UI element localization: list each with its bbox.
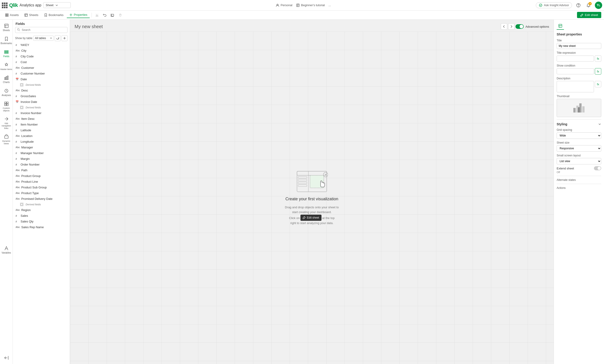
show-condition-fx-btn[interactable]: fx <box>595 68 601 74</box>
more-nav[interactable]: ... <box>328 3 331 7</box>
field-item[interactable]: AbcLocation <box>13 133 70 139</box>
styling-title: Styling <box>557 122 567 126</box>
description-label: Description <box>557 77 601 80</box>
sheets-tab[interactable]: Sheets <box>22 12 40 18</box>
title-expression-input[interactable] <box>557 56 594 61</box>
undo-btn[interactable] <box>101 12 108 19</box>
field-item[interactable]: AbcSales Rep Name <box>13 224 70 230</box>
field-item[interactable]: 📅Date <box>13 76 70 82</box>
sidebar-item-sheets[interactable]: Sheets <box>0 22 13 34</box>
svg-rect-20 <box>7 76 8 80</box>
sidebar-item-analyses[interactable]: Analyses <box>0 86 13 98</box>
sidebar-item-fields[interactable]: Fields <box>0 48 13 60</box>
svg-point-10 <box>70 14 71 15</box>
sidebar-item-variables[interactable]: Variables <box>0 244 13 256</box>
assets-tab[interactable]: Assets <box>3 12 21 18</box>
field-item[interactable]: AbcRegion <box>13 207 70 213</box>
field-item[interactable]: #%KEY <box>13 42 70 48</box>
field-item[interactable]: AbcProduct Line <box>13 179 70 184</box>
notifications-btn[interactable]: 3 <box>585 2 592 9</box>
table-select[interactable]: All tables <box>33 36 54 41</box>
field-item[interactable]: AbcDesc <box>13 87 70 93</box>
show-condition-input[interactable] <box>557 68 594 74</box>
field-item[interactable]: AbcPromised Delivery Date <box>13 196 70 202</box>
create-visualization-title: Create your first visualization <box>285 197 338 201</box>
svg-rect-35 <box>298 179 307 181</box>
field-item[interactable]: #City Code <box>13 53 70 59</box>
advanced-options-toggle[interactable]: Advanced options <box>516 24 549 29</box>
field-item[interactable]: #Invoice Number <box>13 110 70 116</box>
field-item[interactable]: #Customer Number <box>13 71 70 76</box>
show-condition-row: fx <box>557 68 601 74</box>
field-item[interactable]: #Order Number <box>13 162 70 167</box>
grid-spacing-select[interactable]: Wide Medium Narrow <box>557 132 601 139</box>
sidebar-item-dynamic-views[interactable]: Dynamic views <box>0 132 13 147</box>
copy-btn[interactable] <box>109 12 116 19</box>
sidebar-item-custom-objects[interactable]: Custom objects <box>0 99 13 114</box>
description-row: fx <box>557 81 601 92</box>
field-item[interactable]: AbcCity <box>13 48 70 53</box>
field-item[interactable]: AbcItem Desc <box>13 116 70 122</box>
field-item[interactable]: AbcProduct Type <box>13 190 70 196</box>
extend-sheet-toggle[interactable] <box>594 166 601 170</box>
alternate-states-label: Alternate states <box>557 178 601 182</box>
title-input[interactable] <box>557 43 601 49</box>
field-item[interactable]: AbcProduct Group <box>13 173 70 179</box>
svg-point-4 <box>578 6 579 6</box>
derived-fields-item[interactable]: Derived fields <box>13 105 70 110</box>
edit-sheet-button[interactable]: Edit sheet <box>577 12 601 18</box>
cut-btn[interactable] <box>94 12 101 19</box>
advanced-options-toggle-switch[interactable] <box>516 24 524 29</box>
field-item[interactable]: #Sales <box>13 213 70 218</box>
personal-nav[interactable]: Personal <box>276 3 292 7</box>
fields-search-input[interactable] <box>15 27 67 33</box>
insight-advisor-btn[interactable]: Ask Insight Advisor <box>536 2 572 8</box>
field-item[interactable]: #Latitude <box>13 127 70 133</box>
derived-fields-item[interactable]: Derived fields <box>13 82 70 87</box>
user-avatar[interactable]: TL <box>595 2 602 9</box>
field-item[interactable]: AbcProduct Sub Group <box>13 184 70 190</box>
collapse-sidebar-btn[interactable] <box>0 353 13 362</box>
sidebar-item-charts[interactable]: Charts <box>0 73 13 85</box>
field-item[interactable]: 📅Invoice Date <box>13 99 70 105</box>
field-item[interactable]: AbcManager <box>13 145 70 150</box>
grid-menu-icon[interactable] <box>2 2 7 8</box>
tutorial-nav[interactable]: Beginner's tutorial <box>296 3 325 7</box>
canvas-title: My new sheet <box>75 24 103 29</box>
sidebar-item-bookmarks[interactable]: Bookmarks <box>0 35 13 47</box>
description-textarea[interactable] <box>557 81 594 92</box>
svg-rect-5 <box>5 14 7 15</box>
small-screen-select[interactable]: List view Grid view <box>557 158 601 164</box>
sheet-dropdown[interactable]: Sheet <box>43 2 71 8</box>
field-item[interactable]: #Sales Qty <box>13 218 70 224</box>
refresh-fields-btn[interactable] <box>55 35 61 41</box>
svg-rect-14 <box>5 24 8 28</box>
delete-btn[interactable] <box>117 12 124 19</box>
styling-section[interactable]: Styling <box>557 122 601 126</box>
qlik-logo[interactable]: Qlik <box>9 2 18 8</box>
help-btn[interactable] <box>575 2 582 9</box>
title-expression-fx-btn[interactable]: fx <box>595 55 601 62</box>
field-item[interactable]: AbcPath <box>13 167 70 173</box>
field-item[interactable]: #Manager Number <box>13 150 70 156</box>
add-field-btn[interactable] <box>62 35 67 41</box>
description-fx-btn[interactable]: fx <box>595 81 601 87</box>
canvas-nav-prev[interactable] <box>501 23 507 30</box>
app-title: Analytics app <box>20 3 41 7</box>
sidebar-item-app-navigation-links[interactable]: App navigation links <box>0 115 13 131</box>
thumbnail-box[interactable] <box>557 99 601 117</box>
svg-rect-26 <box>5 136 8 138</box>
field-item[interactable]: #Margin <box>13 156 70 162</box>
derived-fields-item[interactable]: Derived fields <box>13 202 70 207</box>
sidebar-item-master-items[interactable]: Master items <box>0 61 13 73</box>
canvas-nav-next[interactable] <box>508 23 515 30</box>
panel-tab-layout[interactable] <box>557 22 564 30</box>
field-item[interactable]: #GrossSales <box>13 93 70 99</box>
field-item[interactable]: #Cost <box>13 59 70 65</box>
sheet-size-select[interactable]: Responsive Fixed <box>557 145 601 152</box>
properties-tab[interactable]: Properties <box>67 12 90 18</box>
field-item[interactable]: #Item Number <box>13 122 70 127</box>
field-item[interactable]: #Longitude <box>13 139 70 145</box>
bookmarks-tab[interactable]: Bookmarks <box>42 12 66 18</box>
field-item[interactable]: AbcCustomer <box>13 65 70 71</box>
